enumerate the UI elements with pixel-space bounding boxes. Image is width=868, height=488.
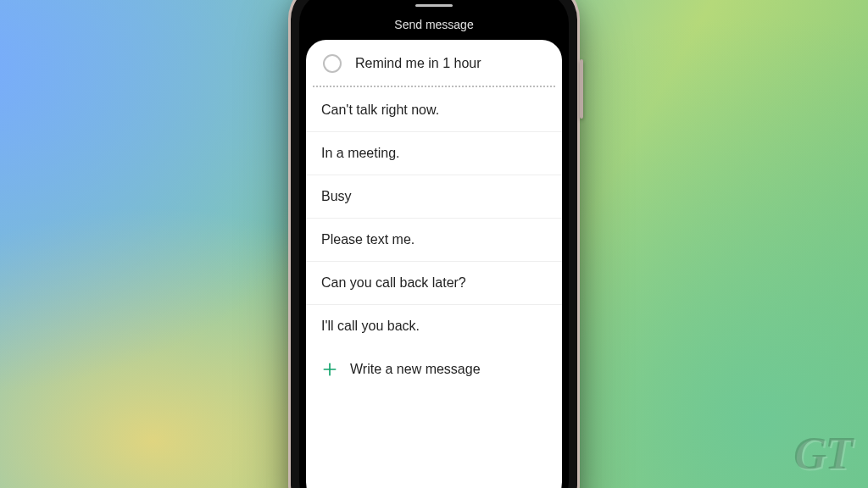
quick-reply-item[interactable]: Please text me. — [306, 219, 562, 262]
divider-dotted — [313, 86, 555, 87]
quick-reply-item[interactable]: Can you call back later? — [306, 262, 562, 305]
quick-reply-item[interactable]: I'll call you back. — [306, 305, 562, 347]
quick-reply-sheet: Remind me in 1 hour Can't talk right now… — [306, 40, 562, 488]
quick-reply-list: Can't talk right now. In a meeting. Busy… — [306, 89, 562, 347]
sheet-title: Send message — [299, 18, 569, 31]
phone-bezel: Send message Remind me in 1 hour Can't t… — [291, 0, 577, 488]
quick-reply-item[interactable]: Busy — [306, 175, 562, 219]
write-new-message[interactable]: Write a new message — [306, 347, 562, 396]
phone-mockup: Send message Remind me in 1 hour Can't t… — [288, 0, 580, 488]
phone-side-button — [580, 59, 583, 119]
radio-unchecked-icon — [323, 54, 342, 73]
remind-me-label: Remind me in 1 hour — [355, 56, 481, 71]
write-new-message-label: Write a new message — [350, 362, 481, 377]
phone-screen: Send message Remind me in 1 hour Can't t… — [299, 0, 569, 488]
watermark-logo: GT — [793, 427, 851, 480]
drag-handle[interactable] — [415, 4, 453, 7]
remind-me-option[interactable]: Remind me in 1 hour — [306, 40, 562, 86]
quick-reply-item[interactable]: In a meeting. — [306, 132, 562, 175]
quick-reply-item[interactable]: Can't talk right now. — [306, 89, 562, 132]
plus-icon — [321, 361, 338, 378]
